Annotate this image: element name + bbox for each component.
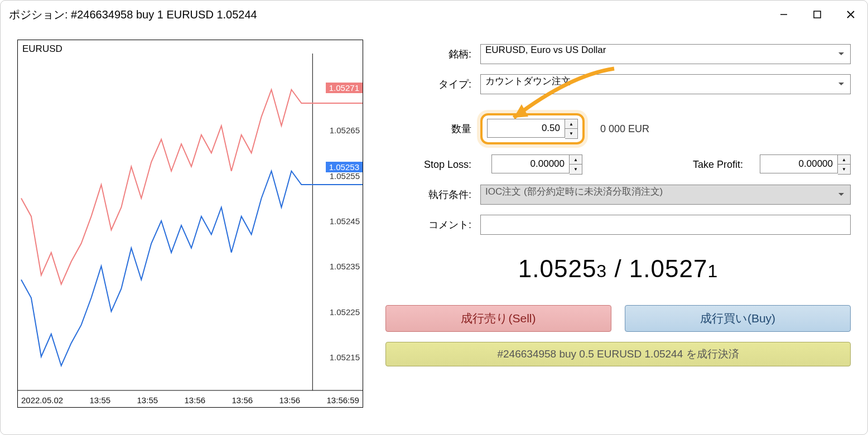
- symbol-select[interactable]: EURUSD, Euro vs US Dollar: [480, 44, 851, 64]
- bid-main: 1.0525: [518, 255, 597, 282]
- svg-rect-1: [814, 11, 821, 18]
- stop-loss-up-button[interactable]: ▲: [570, 155, 582, 165]
- stop-loss-spinner: ▲ ▼: [570, 154, 582, 175]
- stop-loss-input[interactable]: [491, 154, 570, 173]
- x-tick-label: 13:56: [232, 395, 253, 405]
- volume-highlight: ▲ ▼: [480, 113, 585, 144]
- take-profit-spinner: ▲ ▼: [838, 154, 851, 175]
- fill-policy-select: IOC注文 (部分約定時に未決済分取消注文): [480, 185, 851, 205]
- price-chart: EURUSD 1.052751.052651.052551.052451.052…: [17, 40, 363, 408]
- titlebar: ポジション: #246634958 buy 1 EURUSD 1.05244: [1, 1, 867, 28]
- order-window: ポジション: #246634958 buy 1 EURUSD 1.05244 E…: [0, 0, 868, 435]
- x-tick-label: 13:55: [137, 395, 158, 405]
- stop-loss-label: Stop Loss:: [385, 159, 475, 171]
- close-position-button[interactable]: #246634958 buy 0.5 EURUSD 1.05244 を成行決済: [385, 342, 851, 366]
- comment-input[interactable]: [480, 215, 851, 235]
- volume-suffix: 0 000 EUR: [600, 123, 649, 135]
- ask-last: 1: [707, 261, 718, 281]
- ask-price-tag: 1.05271: [326, 83, 363, 93]
- window-controls: [767, 1, 867, 28]
- order-form: 銘柄: EURUSD, Euro vs US Dollar タイプ: カウントダ…: [385, 40, 851, 408]
- volume-label: 数量: [385, 122, 475, 136]
- volume-up-button[interactable]: ▲: [565, 119, 577, 129]
- stop-loss-down-button[interactable]: ▼: [570, 165, 582, 174]
- price-separator: /: [607, 255, 629, 282]
- x-tick-label: 13:55: [90, 395, 111, 405]
- type-select[interactable]: カウントダウン注文: [480, 74, 851, 94]
- ask-main: 1.0527: [629, 255, 708, 282]
- take-profit-up-button[interactable]: ▲: [838, 155, 850, 165]
- take-profit-label: Take Profit:: [693, 159, 743, 171]
- x-tick-label: 13:56: [185, 395, 206, 405]
- symbol-label: 銘柄:: [385, 47, 475, 61]
- minimize-button[interactable]: [767, 1, 801, 28]
- x-tick-label: 13:56:59: [327, 395, 359, 405]
- y-tick-label: 1.05255: [330, 171, 360, 181]
- close-window-button[interactable]: [834, 1, 867, 28]
- y-tick-label: 1.05235: [330, 262, 360, 271]
- volume-input[interactable]: [487, 119, 565, 138]
- volume-spinner: ▲ ▼: [565, 119, 578, 139]
- chart-canvas: [18, 40, 363, 407]
- maximize-button[interactable]: [801, 1, 834, 28]
- y-tick-label: 1.05215: [330, 352, 360, 362]
- sell-button[interactable]: 成行売り(Sell): [385, 305, 611, 332]
- window-title: ポジション: #246634958 buy 1 EURUSD 1.05244: [9, 7, 257, 22]
- y-tick-label: 1.05265: [330, 125, 360, 135]
- volume-down-button[interactable]: ▼: [565, 129, 577, 138]
- chart-x-axis: 2022.05.0213:5513:5513:5613:5613:5613:56…: [18, 395, 363, 405]
- take-profit-down-button[interactable]: ▼: [838, 165, 850, 174]
- window-body: EURUSD 1.052751.052651.052551.052451.052…: [1, 28, 867, 419]
- bid-price-tag: 1.05253: [326, 162, 363, 172]
- y-tick-label: 1.05225: [330, 307, 360, 317]
- bid-ask-display: 1.05253 / 1.05271: [385, 255, 851, 283]
- buy-button[interactable]: 成行買い(Buy): [625, 305, 851, 332]
- x-tick-label: 13:56: [279, 395, 301, 405]
- type-label: タイプ:: [385, 78, 475, 91]
- y-tick-label: 1.05245: [330, 216, 360, 226]
- x-tick-label: 2022.05.02: [21, 395, 63, 405]
- take-profit-input[interactable]: [760, 154, 838, 173]
- comment-label: コメント:: [385, 218, 475, 231]
- fill-policy-label: 執行条件:: [385, 188, 475, 201]
- bid-last: 3: [596, 261, 607, 281]
